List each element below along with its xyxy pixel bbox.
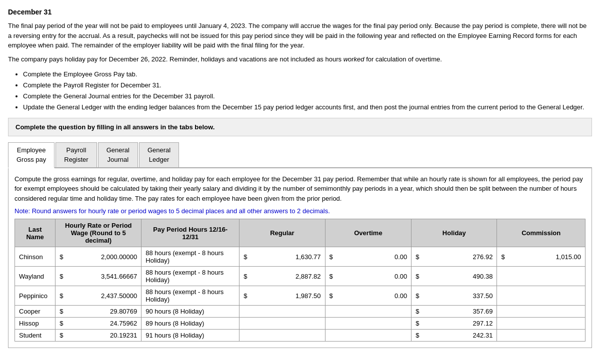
commission-input[interactable] [501, 308, 581, 315]
commission-input[interactable] [501, 320, 581, 327]
table-row: Student$91 hours (8 Holiday)$ [15, 330, 586, 342]
cell-holiday[interactable]: $ [412, 306, 497, 318]
bullet-item: Complete the Employee Gross Pay tab. [23, 69, 592, 80]
dollar-wage: $ [60, 273, 63, 280]
cell-holiday[interactable]: $ [412, 267, 497, 286]
para2-suffix: for calculation of overtime. [364, 55, 442, 63]
holiday-input[interactable] [420, 253, 493, 261]
commission-input[interactable] [501, 273, 581, 280]
page-title: December 31 [8, 8, 592, 16]
cell-regular[interactable] [240, 330, 325, 342]
col-hours: Pay Period Hours 12/16-12/31 [142, 219, 240, 247]
cell-wage[interactable]: $ [56, 247, 142, 267]
paragraph-1: The final pay period of the year will no… [8, 21, 592, 50]
cell-holiday[interactable]: $ [412, 247, 497, 267]
cell-overtime[interactable] [325, 330, 412, 342]
holiday-input[interactable] [420, 308, 493, 315]
gross-pay-table: Last Name Hourly Rate or PeriodWage (Rou… [14, 219, 586, 342]
dollar-holiday: $ [416, 308, 419, 315]
dollar-wage: $ [60, 253, 63, 261]
regular-input[interactable] [248, 253, 321, 261]
cell-wage[interactable]: $ [56, 286, 142, 306]
dollar-overtime: $ [330, 273, 333, 280]
cell-commission[interactable] [497, 318, 586, 330]
dollar-holiday: $ [416, 292, 419, 300]
cell-commission[interactable] [497, 306, 586, 318]
dollar-regular: $ [244, 292, 247, 300]
dollar-overtime: $ [330, 292, 333, 300]
cell-overtime[interactable] [325, 318, 412, 330]
table-row: Wayland$88 hours (exempt - 8 hours Holid… [15, 267, 586, 286]
cell-hours: 89 hours (8 Holiday) [142, 318, 240, 330]
dollar-overtime: $ [330, 253, 333, 261]
paragraph-2: The company pays holiday pay for Decembe… [8, 54, 592, 64]
dollar-wage: $ [60, 308, 63, 315]
cell-wage[interactable]: $ [56, 306, 142, 318]
cell-commission[interactable] [497, 286, 586, 306]
tab-general-ledger[interactable]: GeneralLedger [139, 142, 179, 167]
cell-hours: 91 hours (8 Holiday) [142, 330, 240, 342]
commission-input[interactable] [501, 332, 581, 339]
overtime-input[interactable] [330, 320, 408, 327]
cell-wage[interactable]: $ [56, 318, 142, 330]
cell-holiday[interactable]: $ [412, 330, 497, 342]
cell-regular[interactable] [240, 306, 325, 318]
cell-last-name: Chinson [15, 247, 56, 267]
cell-overtime[interactable]: $ [325, 267, 412, 286]
cell-overtime[interactable]: $ [325, 247, 412, 267]
cell-wage[interactable]: $ [56, 267, 142, 286]
wage-input[interactable] [64, 253, 137, 261]
regular-input[interactable] [248, 292, 321, 300]
cell-hours: 88 hours (exempt - 8 hours Holiday) [142, 286, 240, 306]
cell-regular[interactable]: $ [240, 267, 325, 286]
overtime-input[interactable] [334, 253, 408, 261]
table-row: Chinson$88 hours (exempt - 8 hours Holid… [15, 247, 586, 267]
tab-payroll-register[interactable]: PayrollRegister [56, 142, 96, 167]
cell-commission[interactable] [497, 267, 586, 286]
wage-input[interactable] [64, 273, 137, 280]
cell-commission[interactable]: $ [497, 247, 586, 267]
cell-last-name: Wayland [15, 267, 56, 286]
cell-holiday[interactable]: $ [412, 318, 497, 330]
wage-input[interactable] [64, 292, 137, 300]
regular-input[interactable] [244, 332, 320, 339]
commission-input[interactable] [501, 292, 581, 300]
overtime-input[interactable] [334, 292, 408, 300]
holiday-input[interactable] [420, 273, 493, 280]
dollar-wage: $ [60, 332, 63, 339]
regular-input[interactable] [248, 273, 321, 280]
cell-commission[interactable] [497, 330, 586, 342]
overtime-input[interactable] [334, 273, 408, 280]
col-wage: Hourly Rate or PeriodWage (Round to 5dec… [56, 219, 142, 247]
col-overtime: Overtime [325, 219, 412, 247]
holiday-input[interactable] [420, 292, 493, 300]
commission-input[interactable] [506, 253, 581, 261]
regular-input[interactable] [244, 320, 320, 327]
holiday-input[interactable] [420, 332, 493, 339]
cell-overtime[interactable] [325, 306, 412, 318]
bullet-item: Complete the General Journal entries for… [23, 91, 592, 102]
tab-general-journal[interactable]: GeneralJournal [98, 142, 138, 167]
wage-input[interactable] [64, 332, 137, 339]
holiday-input[interactable] [420, 320, 493, 327]
wage-input[interactable] [64, 308, 137, 315]
cell-last-name: Student [15, 330, 56, 342]
cell-regular[interactable]: $ [240, 286, 325, 306]
regular-input[interactable] [244, 308, 320, 315]
overtime-input[interactable] [330, 332, 408, 339]
col-regular: Regular [240, 219, 325, 247]
tab-employee-gross-pay[interactable]: EmployeeGross pay [8, 142, 54, 168]
dollar-regular: $ [244, 273, 247, 280]
cell-holiday[interactable]: $ [412, 286, 497, 306]
cell-last-name: Hissop [15, 318, 56, 330]
overtime-input[interactable] [330, 308, 408, 315]
cell-wage[interactable]: $ [56, 330, 142, 342]
dollar-holiday: $ [416, 320, 419, 327]
cell-overtime[interactable]: $ [325, 286, 412, 306]
dollar-holiday: $ [416, 273, 419, 280]
tabs-container: EmployeeGross payPayrollRegisterGeneralJ… [8, 142, 592, 168]
cell-regular[interactable] [240, 318, 325, 330]
wage-input[interactable] [64, 320, 137, 327]
dollar-holiday: $ [416, 332, 419, 339]
cell-regular[interactable]: $ [240, 247, 325, 267]
